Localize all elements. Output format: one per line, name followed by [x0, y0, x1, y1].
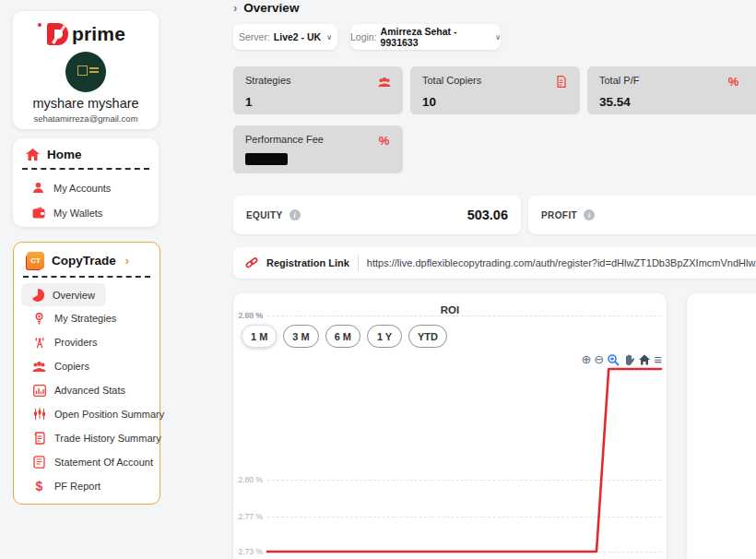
- performance-fee-redacted-value: [245, 153, 288, 165]
- divider: [23, 276, 150, 278]
- stat-card-strategies: Strategies 1: [233, 66, 403, 114]
- range-button-3m[interactable]: 3 M: [283, 325, 318, 348]
- zoom-in-icon[interactable]: ⊕: [581, 353, 591, 365]
- stat-label: Total Copiers: [422, 75, 481, 86]
- registration-link-label: Registration Link: [266, 257, 349, 268]
- percent-icon: %: [377, 134, 391, 148]
- divider: [22, 168, 149, 170]
- profit-card: PROFIT i: [528, 196, 756, 234]
- profit-label: PROFIT: [541, 210, 577, 220]
- range-selector: 1 M 3 M 6 M 1 Y YTD: [242, 325, 447, 348]
- sidebar-item-label: Statement Of Account: [54, 457, 153, 468]
- copytrade-section-header[interactable]: CT CopyTrade ›: [14, 243, 159, 276]
- y-tick-label: 2.63 %: [235, 311, 263, 320]
- login-dropdown[interactable]: Login: Amirreza Sehat - 9931633 ∨: [350, 24, 501, 50]
- range-button-ytd[interactable]: YTD: [408, 325, 447, 348]
- stat-label: Strategies: [245, 75, 291, 86]
- sidebar-item-label: Providers: [54, 337, 97, 348]
- wallet-icon: [31, 206, 45, 220]
- sidebar-item-open-position-summary[interactable]: Open Position Summary: [14, 402, 159, 426]
- range-button-6m[interactable]: 6 M: [325, 325, 360, 348]
- home-icon: [26, 148, 40, 161]
- sidebar-item-label: Copiers: [54, 361, 89, 372]
- pie-chart-icon: [30, 288, 44, 302]
- page-title: Overview: [243, 1, 299, 15]
- candlestick-icon: [32, 408, 46, 422]
- copier-doc-icon: [554, 75, 568, 89]
- stat-label: Performance Fee: [245, 134, 324, 145]
- sidebar-item-label: Trade History Summary: [54, 433, 161, 444]
- sidebar-item-my-strategies[interactable]: My Strategies: [14, 306, 159, 330]
- sidebar-item-label: My Strategies: [54, 313, 116, 324]
- server-dropdown[interactable]: Server: Live2 - UK ∨: [233, 24, 337, 50]
- stat-card-performance-fee: Performance Fee %: [233, 125, 403, 173]
- sidebar-item-label: Overview: [53, 290, 95, 301]
- y-tick-label: 2.77 %: [235, 512, 263, 521]
- secondary-panel: [687, 293, 756, 559]
- copytrade-menu-card: CT CopyTrade › Overview My Strategies Pr…: [13, 242, 160, 505]
- sidebar-item-label: My Accounts: [53, 183, 111, 194]
- profile-avatar[interactable]: [65, 52, 106, 92]
- profile-name: myshare myshare: [13, 96, 159, 111]
- stat-value: 35.54: [599, 95, 751, 109]
- chart-modebar: ⊕ ⊖ ≡: [581, 352, 662, 366]
- gridline: [267, 315, 661, 316]
- home-section-header[interactable]: Home: [13, 138, 159, 168]
- dollar-icon: $: [32, 480, 46, 494]
- range-button-1y[interactable]: 1 Y: [367, 325, 402, 348]
- group-icon: [377, 75, 391, 89]
- sidebar-item-overview[interactable]: Overview: [21, 283, 106, 306]
- home-section-title: Home: [47, 148, 82, 161]
- sidebar-item-my-wallets[interactable]: My Wallets: [13, 200, 159, 225]
- stat-card-total-pf: Total P/F % 35.54: [587, 66, 756, 114]
- registration-link-url[interactable]: https://live.dpflexiblecopytrading.com/a…: [367, 257, 756, 268]
- copytrade-icon: CT: [27, 252, 44, 269]
- registration-link-bar: Registration Link https://live.dpflexibl…: [233, 247, 756, 279]
- info-icon[interactable]: i: [584, 209, 595, 220]
- home-menu-card: Home My Accounts My Wallets: [13, 138, 159, 227]
- equity-card: EQUITY i 503.06: [233, 196, 521, 234]
- server-label: Server:: [239, 31, 270, 42]
- chart-title: ROI: [233, 293, 667, 315]
- statement-doc-icon: [32, 456, 46, 470]
- percent-icon: %: [726, 75, 740, 89]
- menu-icon[interactable]: ≡: [654, 352, 662, 366]
- antenna-icon: [32, 336, 46, 350]
- sidebar-item-copiers[interactable]: Copiers: [14, 354, 159, 378]
- profile-email: sehatamirreza@gmail.com: [13, 113, 159, 124]
- prime-logo-d-icon: [46, 22, 69, 46]
- history-doc-icon: [32, 432, 46, 446]
- sidebar-item-pf-report[interactable]: $ PF Report: [14, 474, 159, 498]
- info-icon[interactable]: i: [289, 209, 301, 220]
- brand-logo: prime: [13, 22, 159, 46]
- chevron-down-icon: ∨: [326, 33, 332, 42]
- roi-line[interactable]: [267, 367, 661, 559]
- divider: [358, 255, 359, 271]
- range-button-1m[interactable]: 1 M: [242, 325, 277, 348]
- stat-card-total-copiers: Total Copiers 10: [410, 66, 580, 114]
- stat-value: 1: [245, 95, 391, 109]
- equity-value: 503.06: [467, 208, 508, 222]
- idea-icon: [32, 312, 46, 326]
- chevron-right-icon: ›: [125, 254, 129, 268]
- zoom-out-icon[interactable]: ⊖: [594, 353, 604, 365]
- sidebar-item-providers[interactable]: Providers: [14, 330, 159, 354]
- sidebar-item-label: Open Position Summary: [54, 409, 164, 420]
- home-reset-icon[interactable]: [638, 353, 651, 366]
- copytrade-section-title: CopyTrade: [52, 254, 116, 268]
- box-zoom-icon[interactable]: [607, 353, 620, 366]
- pan-hand-icon[interactable]: [622, 353, 635, 366]
- server-value: Live2 - UK: [274, 31, 321, 42]
- brand-i-dot-icon: [38, 23, 41, 27]
- breadcrumb: › Overview: [233, 1, 299, 15]
- sidebar-item-my-accounts[interactable]: My Accounts: [13, 175, 159, 200]
- group-icon: [32, 360, 46, 374]
- y-tick-label: 2.73 %: [235, 547, 263, 556]
- chevron-right-icon: ›: [233, 1, 237, 15]
- sidebar-item-advanced-stats[interactable]: Advanced Stats: [14, 378, 159, 402]
- user-icon: [31, 181, 45, 195]
- sidebar-item-label: PF Report: [54, 481, 100, 492]
- link-icon: [244, 256, 258, 270]
- sidebar-item-trade-history-summary[interactable]: Trade History Summary: [14, 426, 159, 450]
- sidebar-item-statement-of-account[interactable]: Statement Of Account: [14, 450, 159, 474]
